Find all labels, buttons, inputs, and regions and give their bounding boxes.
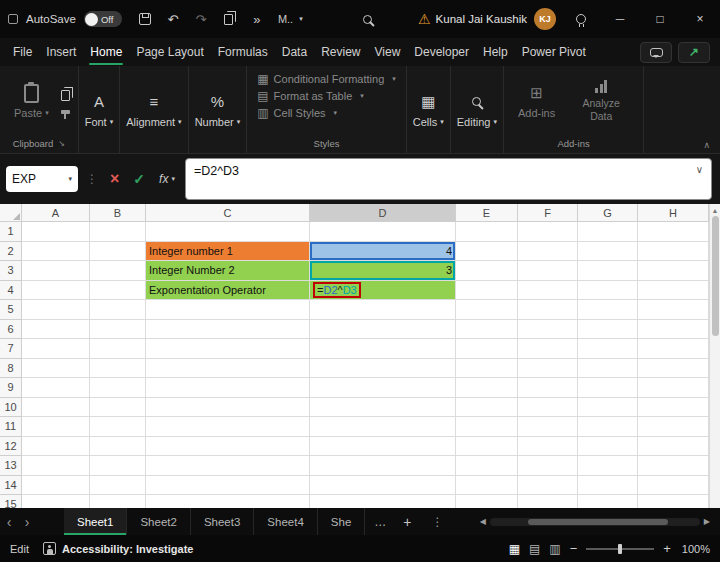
cell-C9[interactable] xyxy=(146,378,310,398)
row-header-14[interactable]: 14 xyxy=(0,476,22,496)
cell-F4[interactable] xyxy=(518,281,578,301)
cell-D2[interactable]: 4 xyxy=(310,242,456,262)
cell-E6[interactable] xyxy=(456,320,518,340)
menu-tab-data[interactable]: Data xyxy=(275,38,314,66)
menu-tab-page-layout[interactable]: Page Layout xyxy=(129,38,210,66)
cell-H10[interactable] xyxy=(638,398,709,418)
scroll-left-icon[interactable]: ◀ xyxy=(480,517,486,526)
maximize-button[interactable]: □ xyxy=(640,0,680,38)
tabs-scroll-right-button[interactable]: › xyxy=(18,514,36,530)
cell-E5[interactable] xyxy=(456,300,518,320)
cell-B14[interactable] xyxy=(90,476,146,496)
cell-E2[interactable] xyxy=(456,242,518,262)
conditional-formatting-button[interactable]: ▦Conditional Formatting▾ xyxy=(257,72,396,86)
row-header-1[interactable]: 1 xyxy=(0,222,22,242)
column-header-E[interactable]: E xyxy=(456,204,518,222)
cell-C7[interactable] xyxy=(146,339,310,359)
sheet-tab-she[interactable]: She xyxy=(318,508,365,535)
paste-button[interactable]: Paste▾ xyxy=(8,80,55,123)
cell-H3[interactable] xyxy=(638,261,709,281)
autosave-toggle[interactable]: Off xyxy=(84,11,122,27)
menu-tab-review[interactable]: Review xyxy=(314,38,367,66)
tabs-scroll-left-button[interactable]: ‹ xyxy=(0,514,18,530)
vertical-scroll-thumb[interactable] xyxy=(712,216,719,336)
row-header-12[interactable]: 12 xyxy=(0,437,22,457)
cell-B6[interactable] xyxy=(90,320,146,340)
cell-G7[interactable] xyxy=(578,339,638,359)
column-header-A[interactable]: A xyxy=(22,204,90,222)
redo-button[interactable]: ↷ xyxy=(188,5,214,33)
cell-H7[interactable] xyxy=(638,339,709,359)
cell-B2[interactable] xyxy=(90,242,146,262)
analyze-data-button[interactable]: Analyze Data xyxy=(567,76,635,125)
menu-tab-formulas[interactable]: Formulas xyxy=(211,38,275,66)
menu-tab-insert[interactable]: Insert xyxy=(39,38,83,66)
cell-G9[interactable] xyxy=(578,378,638,398)
cell-C5[interactable] xyxy=(146,300,310,320)
cell-F2[interactable] xyxy=(518,242,578,262)
cell-C2[interactable]: Integer number 1 xyxy=(146,242,310,262)
cell-E3[interactable] xyxy=(456,261,518,281)
cell-D1[interactable] xyxy=(310,222,456,242)
cell-B7[interactable] xyxy=(90,339,146,359)
addins-button[interactable]: ⊞ Add-ins xyxy=(512,79,561,123)
formula-input[interactable]: =D2^D3 ∨ xyxy=(185,158,712,200)
zoom-slider[interactable] xyxy=(586,548,654,550)
cell-C12[interactable] xyxy=(146,437,310,457)
cell-F3[interactable] xyxy=(518,261,578,281)
avatar[interactable]: KJ xyxy=(534,8,556,30)
cell-H5[interactable] xyxy=(638,300,709,320)
cell-D3[interactable]: 3 xyxy=(310,261,456,281)
normal-view-button[interactable]: ▦ xyxy=(509,542,520,556)
scroll-up-icon[interactable]: ▲ xyxy=(712,204,719,216)
cell-G1[interactable] xyxy=(578,222,638,242)
tabbar-menu-icon[interactable]: ⋮ xyxy=(421,515,453,529)
undo-button[interactable]: ↶ xyxy=(160,5,186,33)
cell-F5[interactable] xyxy=(518,300,578,320)
cell-B11[interactable] xyxy=(90,417,146,437)
menu-tab-file[interactable]: File xyxy=(6,38,39,66)
cell-B10[interactable] xyxy=(90,398,146,418)
cell-A12[interactable] xyxy=(22,437,90,457)
select-all-corner[interactable] xyxy=(0,204,22,222)
cell-A4[interactable] xyxy=(22,281,90,301)
scroll-right-icon[interactable]: ▶ xyxy=(704,517,710,526)
cell-E13[interactable] xyxy=(456,456,518,476)
page-layout-view-button[interactable]: ▤ xyxy=(529,542,540,556)
menu-tab-home[interactable]: Home xyxy=(83,38,129,66)
row-header-4[interactable]: 4 xyxy=(0,281,22,301)
minimize-button[interactable]: ─ xyxy=(600,0,640,38)
cell-G13[interactable] xyxy=(578,456,638,476)
menu-tab-power-pivot[interactable]: Power Pivot xyxy=(515,38,593,66)
cell-H1[interactable] xyxy=(638,222,709,242)
cell-G11[interactable] xyxy=(578,417,638,437)
cell-B4[interactable] xyxy=(90,281,146,301)
collapse-ribbon-icon[interactable]: ∧ xyxy=(703,140,710,150)
cell-A14[interactable] xyxy=(22,476,90,496)
cell-F11[interactable] xyxy=(518,417,578,437)
cell-B15[interactable] xyxy=(90,495,146,508)
insert-function-button[interactable]: fx▾ xyxy=(155,172,179,186)
cell-F12[interactable] xyxy=(518,437,578,457)
cell-G2[interactable] xyxy=(578,242,638,262)
cell-E7[interactable] xyxy=(456,339,518,359)
sheet-tab-sheet2[interactable]: Sheet2 xyxy=(127,508,190,535)
cell-A11[interactable] xyxy=(22,417,90,437)
cell-A3[interactable] xyxy=(22,261,90,281)
search-button[interactable] xyxy=(353,5,383,33)
cell-A13[interactable] xyxy=(22,456,90,476)
cell-G14[interactable] xyxy=(578,476,638,496)
cell-C1[interactable] xyxy=(146,222,310,242)
cell-E1[interactable] xyxy=(456,222,518,242)
cell-A6[interactable] xyxy=(22,320,90,340)
cell-F8[interactable] xyxy=(518,359,578,379)
page-break-view-button[interactable]: ▥ xyxy=(549,542,560,556)
column-header-G[interactable]: G xyxy=(578,204,638,222)
accessibility-icon[interactable] xyxy=(43,542,56,555)
zoom-out-button[interactable]: − xyxy=(570,541,578,556)
more-sheets-button[interactable]: … xyxy=(365,515,395,529)
format-painter-icon[interactable] xyxy=(61,110,70,114)
cell-D15[interactable] xyxy=(310,495,456,508)
warning-icon[interactable]: ⚠ xyxy=(418,11,431,27)
cell-D12[interactable] xyxy=(310,437,456,457)
